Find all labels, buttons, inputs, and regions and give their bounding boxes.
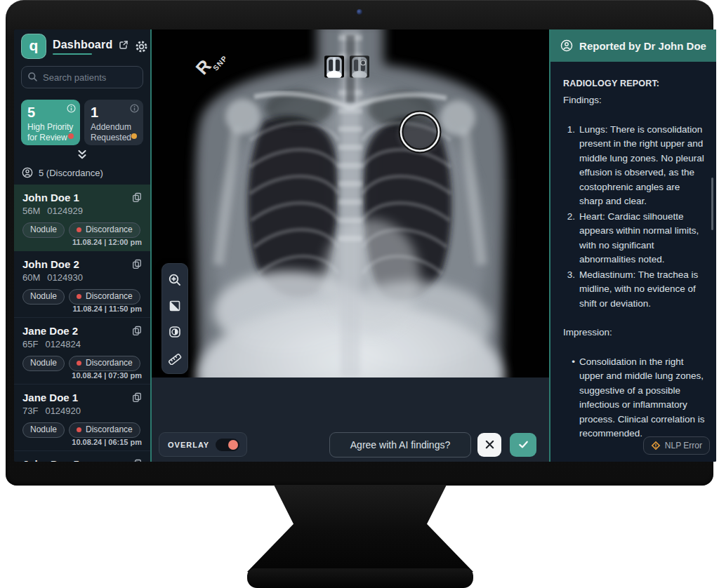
- stat-addendum[interactable]: 1 Addendum Requested: [84, 100, 143, 145]
- patient-sex-age: 65F: [22, 339, 38, 349]
- tag-nodule: Nodule: [22, 356, 65, 371]
- impression-item: • Consolidation in the right upper and m…: [563, 355, 705, 441]
- monitor-stand-base: [247, 568, 473, 588]
- sidebar: q Dashboard: [14, 29, 152, 462]
- addendum-dot: [131, 133, 137, 139]
- monitor-bezel: q Dashboard: [6, 0, 713, 486]
- patient-name: John Doe 2: [22, 258, 79, 270]
- impression-label: Impression:: [563, 326, 705, 340]
- tag-discordance: Discordance: [69, 422, 140, 438]
- discordance-summary-row: 5 (Discordance): [14, 167, 150, 178]
- tag-discordance: Discordance: [69, 222, 140, 238]
- xray-viewport[interactable]: R SNP: [152, 29, 549, 377]
- patient-sex-age: 73F: [22, 406, 38, 416]
- tag-nodule: Nodule: [22, 422, 65, 438]
- patient-timestamp: 10.08.24 | 07:30 pm: [22, 371, 142, 380]
- ruler-tool-icon[interactable]: [163, 345, 187, 370]
- copy-icon[interactable]: [132, 192, 142, 203]
- agree-with-ai-button[interactable]: Agree with AI findings?: [329, 432, 471, 457]
- toggle-knob: [228, 440, 238, 450]
- finding-text: Mediastinum: The trachea is midline, wit…: [579, 268, 705, 312]
- patient-tags: NoduleDiscordance: [22, 422, 142, 438]
- zoom-in-tool-icon[interactable]: [163, 267, 187, 292]
- image-viewer: R SNP: [152, 29, 549, 462]
- settings-gear-icon[interactable]: [135, 40, 148, 53]
- discordance-dot: [77, 361, 81, 366]
- overlay-toggle[interactable]: [216, 439, 239, 451]
- patient-card[interactable]: John Doe 5: [14, 451, 150, 462]
- close-icon: [484, 439, 495, 450]
- sidebar-header: q Dashboard: [14, 29, 150, 63]
- report-body: RADIOLOGY REPORT: Findings: 1. Lungs: Th…: [550, 62, 716, 441]
- window-level-tool-icon[interactable]: [163, 293, 187, 318]
- report-panel: Reported by Dr John Doe RADIOLOGY REPORT…: [549, 29, 716, 462]
- patient-sex-age: 60M: [22, 272, 40, 283]
- viewer-toolbar: [161, 263, 188, 374]
- patient-name: Jane Doe 1: [22, 392, 78, 403]
- action-bar: OVERLAY Agree with AI findings?: [159, 432, 536, 457]
- finding-number: 1.: [563, 123, 575, 209]
- nlp-error-badge[interactable]: NLP Error: [643, 436, 710, 455]
- copy-icon[interactable]: [132, 259, 142, 269]
- patient-id: 0124930: [47, 272, 83, 283]
- report-title: RADIOLOGY REPORT:: [563, 77, 705, 91]
- finding-number: 2.: [563, 210, 575, 267]
- impression-bullet: •: [563, 355, 575, 441]
- discordance-dot: [77, 294, 81, 299]
- patient-card[interactable]: Jane Doe 2 65F 0124824 NoduleDiscordance…: [14, 318, 150, 385]
- patient-name: Jane Doe 2: [22, 325, 78, 337]
- reject-button[interactable]: [477, 433, 501, 457]
- report-header-title: Reported by Dr John Doe: [579, 40, 706, 52]
- info-icon[interactable]: [67, 104, 76, 113]
- patient-sex-age: 56M: [22, 206, 40, 216]
- discordance-summary: 5 (Discordance): [39, 168, 103, 178]
- copy-icon[interactable]: [132, 459, 142, 462]
- finding-item: 1. Lungs: There is consolidation present…: [563, 123, 705, 209]
- patient-card[interactable]: John Doe 1 56M 0124929 NoduleDiscordance…: [14, 185, 150, 251]
- stat-label: High Priority for Review: [27, 122, 74, 142]
- patient-list: John Doe 1 56M 0124929 NoduleDiscordance…: [14, 185, 150, 462]
- person-circle-icon: [560, 39, 573, 52]
- finding-text: Lungs: There is consolidation present in…: [579, 123, 705, 209]
- copy-icon[interactable]: [132, 392, 142, 403]
- collapse-chevrons-icon[interactable]: [72, 149, 92, 161]
- finding-text: Heart: Cardiac silhouette appears within…: [579, 210, 705, 267]
- stat-high-priority[interactable]: 5 High Priority for Review: [21, 100, 80, 145]
- patient-name: John Doe 1: [22, 192, 79, 203]
- patient-timestamp: 10.08.24 | 06:15 pm: [22, 438, 142, 446]
- report-scrollbar[interactable]: [711, 178, 713, 230]
- study-thumbnail[interactable]: [348, 54, 371, 79]
- tag-discordance: Discordance: [69, 289, 140, 305]
- discordance-dot: [77, 427, 81, 432]
- tag-nodule: Nodule: [22, 222, 65, 238]
- overlay-label: OVERLAY: [168, 441, 209, 449]
- search-input[interactable]: [21, 66, 143, 88]
- patient-id: 0124920: [45, 406, 81, 416]
- patient-timestamp: 11.08.24 | 12:00 pm: [22, 238, 142, 246]
- confirm-button[interactable]: [510, 433, 536, 457]
- patient-card[interactable]: Jane Doe 1 73F 0124920 NoduleDiscordance…: [14, 385, 150, 451]
- app-logo-glyph: q: [29, 38, 39, 53]
- tag-discordance: Discordance: [69, 356, 140, 371]
- patient-timestamp: 11.08.24 | 11:50 pm: [22, 305, 142, 313]
- app-screen: q Dashboard: [14, 29, 716, 462]
- page: q Dashboard: [0, 0, 719, 588]
- patient-id: 0124929: [47, 206, 83, 216]
- monitor-stand-neck: [247, 485, 473, 572]
- contrast-tool-icon[interactable]: [163, 319, 187, 344]
- copy-icon[interactable]: [132, 326, 142, 336]
- impression-list: • Consolidation in the right upper and m…: [563, 355, 705, 441]
- info-icon[interactable]: [130, 104, 139, 113]
- patient-card[interactable]: John Doe 2 60M 0124930 NoduleDiscordance…: [14, 251, 150, 318]
- stat-label: Addendum Requested: [91, 122, 137, 142]
- patient-tags: NoduleDiscordance: [22, 356, 142, 371]
- stat-cards: 5 High Priority for Review 1 Addendum Re…: [21, 100, 143, 145]
- finding-item: 3. Mediastinum: The trachea is midline, …: [563, 268, 705, 312]
- patient-id: 0124824: [45, 339, 81, 349]
- tag-nodule: Nodule: [22, 289, 65, 305]
- external-link-icon[interactable]: [119, 40, 128, 50]
- study-thumbnail[interactable]: [323, 54, 345, 79]
- discordance-dot: [77, 227, 81, 232]
- impression-text: Consolidation in the right upper and mid…: [579, 355, 705, 441]
- check-icon: [517, 439, 529, 450]
